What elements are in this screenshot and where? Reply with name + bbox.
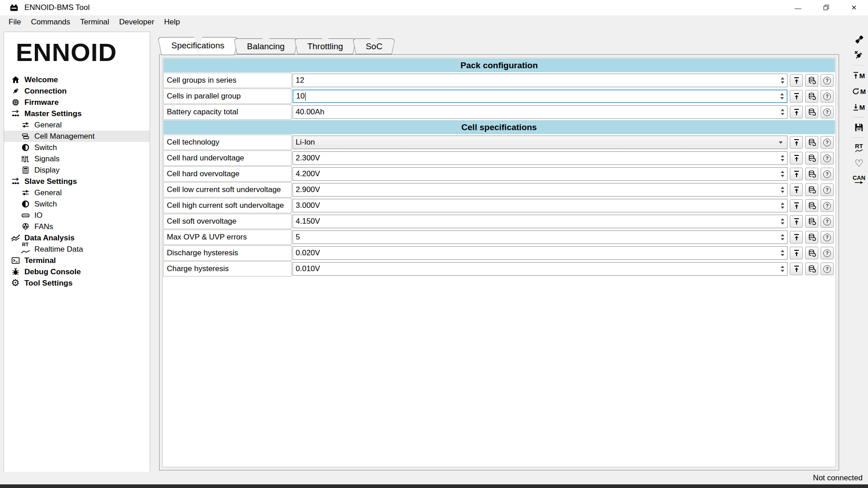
sidebar-item-cell-management[interactable]: Cell Management [4, 131, 150, 142]
sidebar-item-debug-console[interactable]: Debug Console [4, 266, 150, 277]
spinner[interactable] [778, 199, 787, 212]
spinner[interactable] [778, 183, 787, 196]
spinner[interactable] [778, 74, 787, 87]
battery-capacity-total-input[interactable]: 40.00Ah [292, 105, 788, 119]
upload-button[interactable] [790, 247, 803, 259]
spinner[interactable] [778, 247, 787, 259]
help-button[interactable]: ? [821, 90, 834, 103]
help-button[interactable]: ? [821, 168, 834, 180]
write-master-button[interactable]: M [853, 70, 865, 81]
sidebar-item-welcome[interactable]: Welcome [4, 74, 150, 85]
cells-in-parallel-group-input[interactable]: 10 [292, 89, 788, 103]
cell-low-current-soft-undervoltage-input[interactable]: 2.900V [292, 183, 788, 197]
help-button[interactable]: ? [821, 199, 834, 212]
cell-hard-overvoltage-input[interactable]: 4.200V [292, 167, 788, 181]
menu-commands[interactable]: Commands [26, 16, 75, 28]
spin-up-icon[interactable] [781, 250, 784, 252]
spin-down-icon[interactable] [781, 175, 784, 177]
upload-button[interactable] [790, 231, 803, 244]
sidebar-item-slave-general[interactable]: General [4, 187, 150, 198]
cell-hard-undervoltage-input[interactable]: 2.300V [292, 151, 788, 165]
spin-down-icon[interactable] [781, 206, 784, 209]
spinner[interactable] [778, 90, 787, 102]
spin-up-icon[interactable] [781, 266, 784, 268]
connect-button[interactable] [854, 33, 865, 45]
read-master-button[interactable]: M [853, 101, 865, 113]
upload-button[interactable] [790, 136, 803, 149]
spin-up-icon[interactable] [781, 202, 784, 205]
menu-developer[interactable]: Developer [114, 16, 160, 28]
sidebar-item-master-switch[interactable]: Switch [4, 142, 150, 153]
db-refresh-button[interactable] [805, 168, 818, 180]
help-button[interactable]: ? [821, 247, 834, 259]
upload-button[interactable] [790, 152, 803, 164]
close-button[interactable]: ✕ [840, 0, 868, 15]
help-button[interactable]: ? [821, 136, 834, 149]
spin-up-icon[interactable] [781, 109, 784, 111]
db-refresh-button[interactable] [805, 106, 818, 118]
upload-button[interactable] [790, 74, 803, 87]
cell-technology-combobox[interactable]: Li-Ion [292, 136, 788, 149]
reload-master-button[interactable]: M [852, 85, 866, 97]
db-refresh-button[interactable] [805, 183, 818, 196]
menu-help[interactable]: Help [159, 16, 185, 28]
spinner[interactable] [778, 263, 787, 275]
sidebar-item-terminal[interactable]: Terminal [4, 255, 150, 266]
spin-down-icon[interactable] [781, 159, 784, 161]
spin-down-icon[interactable] [781, 270, 784, 272]
sidebar-item-realtime-data[interactable]: RTRealtime Data [4, 244, 150, 255]
save-button[interactable] [854, 122, 864, 133]
sidebar-item-slave-switch[interactable]: Switch [4, 198, 150, 210]
spin-down-icon[interactable] [781, 81, 784, 84]
tab-specifications[interactable]: Specifications [165, 37, 231, 54]
sidebar-item-master-general[interactable]: General [4, 119, 150, 131]
spin-down-icon[interactable] [780, 97, 784, 99]
help-button[interactable]: ? [821, 152, 834, 164]
spin-down-icon[interactable] [781, 238, 784, 240]
sidebar-item-fans[interactable]: FANs [4, 221, 150, 232]
help-button[interactable]: ? [821, 74, 834, 87]
db-refresh-button[interactable] [805, 215, 818, 228]
cell-soft-overvoltage-input[interactable]: 4.150V [292, 215, 788, 228]
upload-button[interactable] [790, 263, 803, 275]
cell-groups-in-series-input[interactable]: 12 [292, 74, 788, 87]
spin-up-icon[interactable] [781, 218, 784, 221]
db-refresh-button[interactable] [805, 74, 818, 87]
help-button[interactable]: ? [821, 183, 834, 196]
sidebar-item-io[interactable]: IO [4, 210, 150, 221]
spinner[interactable] [778, 168, 787, 180]
spin-down-icon[interactable] [781, 222, 784, 225]
db-refresh-button[interactable] [805, 152, 818, 164]
db-refresh-button[interactable] [805, 199, 818, 212]
help-button[interactable]: ? [821, 106, 834, 118]
help-button[interactable]: ? [821, 215, 834, 228]
db-refresh-button[interactable] [805, 247, 818, 259]
upload-button[interactable] [790, 215, 803, 228]
favorites-button[interactable]: ♡ [854, 158, 863, 169]
tab-soc[interactable]: SoC [359, 38, 389, 54]
menu-file[interactable]: File [4, 16, 26, 28]
maximize-button[interactable] [812, 0, 840, 15]
db-refresh-button[interactable] [805, 90, 818, 103]
disconnect-button[interactable] [854, 49, 865, 61]
upload-button[interactable] [790, 90, 803, 103]
realtime-button[interactable]: RT [855, 142, 863, 154]
menu-terminal[interactable]: Terminal [75, 16, 114, 28]
spinner[interactable] [778, 106, 787, 118]
spin-up-icon[interactable] [781, 77, 784, 80]
spinner[interactable] [778, 152, 787, 164]
charge-hysteresis-input[interactable]: 0.010V [292, 262, 788, 276]
spinner[interactable] [778, 231, 787, 244]
sidebar-item-display[interactable]: Display [4, 164, 150, 176]
spin-up-icon[interactable] [780, 93, 784, 95]
spin-down-icon[interactable] [781, 113, 784, 115]
spin-up-icon[interactable] [781, 234, 784, 236]
sidebar-item-master-settings[interactable]: Master Settings [4, 108, 150, 119]
sidebar-item-signals[interactable]: Signals [4, 153, 150, 164]
spin-up-icon[interactable] [781, 187, 784, 189]
db-refresh-button[interactable] [805, 136, 818, 149]
tab-balancing[interactable]: Balancing [241, 38, 291, 54]
tab-throttling[interactable]: Throttling [301, 38, 349, 54]
spin-up-icon[interactable] [781, 171, 784, 173]
sidebar-item-firmware[interactable]: Firmware [4, 97, 150, 108]
